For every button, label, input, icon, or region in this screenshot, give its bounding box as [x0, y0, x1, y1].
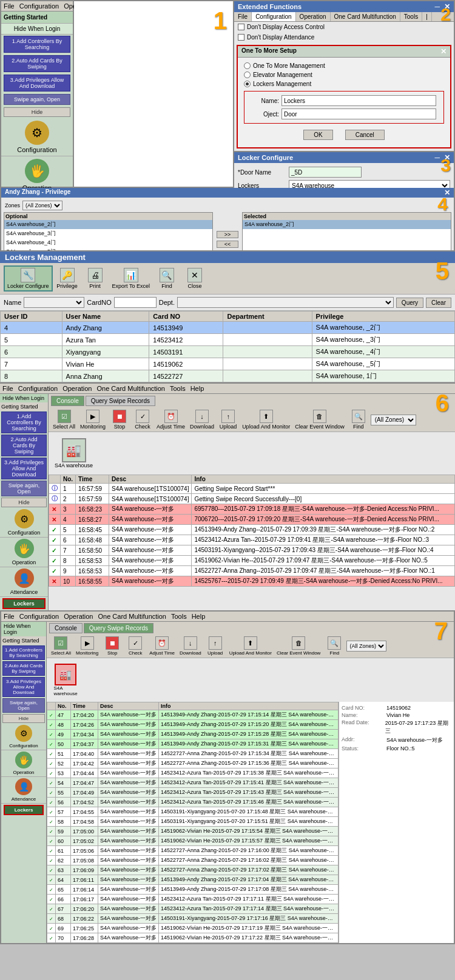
table-row[interactable]: ✓6917:06:25S4A warehouse-一对多14519062-Viv…: [47, 924, 339, 933]
table-row[interactable]: ✓816:58:53S4A warehouse-一对多14519062-Vivi…: [49, 556, 455, 566]
s7-menu-onecard[interactable]: One Card Multifunction: [98, 613, 166, 620]
table-row[interactable]: ✓4917:04:34S4A warehouse-一对多14513949-And…: [47, 730, 339, 739]
table-row[interactable]: ✓7017:06:28S4A warehouse-一对多14519062-Viv…: [47, 933, 339, 943]
s7-clear-event-btn[interactable]: 🗑 Clear Event Window: [275, 636, 322, 656]
s5-query-btn[interactable]: Query: [396, 298, 423, 308]
table-row[interactable]: 4Andy Zhang14513949S4A warehouse, _2门: [1, 322, 455, 334]
table-row[interactable]: ✓916:58:53S4A warehouse-一对多14522727-Anna…: [49, 566, 455, 576]
table-row[interactable]: ✕316:58:23S4A warehouse-一对多6957780---201…: [49, 504, 455, 515]
s5-name-select[interactable]: [24, 297, 84, 308]
s4-item-3[interactable]: S4A warehouse_4门: [4, 238, 212, 247]
s7-operation-icon-btn[interactable]: 🖐 Operation: [1, 750, 46, 777]
table-row[interactable]: ✓5017:04:37S4A warehouse-一对多14513949-And…: [47, 739, 339, 749]
minimize-icon[interactable]: ─: [434, 2, 440, 11]
radio-one-to-more-btn[interactable]: [244, 62, 251, 69]
s6-step1[interactable]: 1.Add Controllers By Searching: [1, 412, 47, 433]
s7-adjust-time-btn[interactable]: ⏰ Adjust Time: [147, 636, 177, 656]
table-row[interactable]: ✕1016:58:55S4A warehouse-一对多14525767---2…: [49, 576, 455, 587]
table-row[interactable]: ✓4817:04:26S4A warehouse-一对多14513949-And…: [47, 720, 339, 730]
s7-lockers-btn[interactable]: Lockers: [4, 805, 44, 815]
table-row[interactable]: ✓5517:04:49S4A warehouse-一对多14523412-Azu…: [47, 788, 339, 798]
ext-menu-file[interactable]: File: [234, 12, 252, 21]
table-row[interactable]: ✓716:58:50S4A warehouse-一对多14503191-Xiya…: [49, 545, 455, 556]
step3-btn[interactable]: 3.Add Privileges Allow And Download: [4, 75, 70, 92]
table-row[interactable]: ✓6017:05:02S4A warehouse-一对多14519062-Viv…: [47, 836, 339, 846]
s7-select-all-btn[interactable]: ☑ Select All: [49, 636, 73, 656]
s7-swipe[interactable]: Swipe again, Open: [2, 698, 45, 713]
table-row[interactable]: ✓5917:05:00S4A warehouse-一对多14519062-Viv…: [47, 827, 339, 836]
s6-step3[interactable]: 3.Add Privileges Allow And Download: [1, 458, 47, 479]
s6-adjust-time-btn[interactable]: ⏰ Adjust Time: [155, 409, 187, 430]
s6-menu-help[interactable]: Help: [190, 385, 204, 392]
ext-menu-tools[interactable]: Tools: [400, 12, 422, 21]
print-btn[interactable]: 🖨 Print: [82, 267, 109, 290]
s7-upload-btn[interactable]: ↑ Upload: [204, 636, 226, 656]
s6-tab-query[interactable]: Query Swipe Records: [86, 396, 155, 406]
table-row[interactable]: ✓616:58:48S4A warehouse-一对多14523412-Azur…: [49, 535, 455, 545]
s6-step2[interactable]: 2.Auto Add Cards By Swiping: [1, 435, 47, 456]
s6-attendance-icon-btn[interactable]: 👤 Attendance: [0, 567, 48, 597]
s6-menu-config[interactable]: Configuration: [18, 385, 58, 392]
table-row[interactable]: 6Xiyangyang14503191S4A warehouse, _4门: [1, 346, 455, 358]
s7-find-btn[interactable]: 🔍 Find: [323, 636, 345, 656]
menu-configuration[interactable]: Configuration: [19, 2, 59, 10]
s6-tab-console[interactable]: Console: [51, 396, 84, 406]
s6-menu-onecard[interactable]: One Card Multifunction: [96, 385, 165, 392]
step1-btn[interactable]: 1.Add Controllers By Searching: [4, 36, 70, 53]
s7-step1[interactable]: 1.Add Controllers By Searching: [2, 645, 45, 660]
table-row[interactable]: ✓5217:04:42S4A warehouse-一对多14522727-Ann…: [47, 759, 339, 768]
s4-selected-item-1[interactable]: S4A warehouse_2门: [243, 220, 451, 229]
s6-upload-btn[interactable]: ↑ Upload: [217, 409, 239, 430]
object-input[interactable]: [281, 108, 436, 119]
s6-config-icon-btn[interactable]: ⚙ Configuration: [0, 508, 48, 538]
ext-menu-operation[interactable]: Operation: [296, 12, 331, 21]
table-row[interactable]: ✓5417:04:47S4A warehouse-一对多14523412-Azu…: [47, 778, 339, 788]
export-btn[interactable]: 📊 Export To Excel: [110, 267, 152, 290]
s7-monitoring-btn[interactable]: ▶ Monitoring: [74, 636, 100, 656]
s6-menu-tools[interactable]: Tools: [170, 385, 186, 392]
table-row[interactable]: ✓6717:06:20S4A warehouse-一对多14523412-Azu…: [47, 904, 339, 914]
table-row[interactable]: ✓4717:04:20S4A warehouse-一对多14513949-And…: [47, 710, 339, 720]
radio-elevator-btn[interactable]: [244, 72, 251, 78]
s7-step3[interactable]: 3.Add Privileges Allow And Download: [2, 677, 45, 697]
s7-tab-query[interactable]: Query Swipe Records: [84, 623, 153, 633]
hide-btn[interactable]: Hide: [4, 107, 70, 117]
ok-button[interactable]: OK: [303, 130, 332, 140]
s6-hide[interactable]: Hide: [1, 498, 47, 507]
privilege-btn[interactable]: 🔑 Privilege: [54, 267, 81, 290]
config-icon-btn[interactable]: ⚙ Configuration: [1, 118, 73, 156]
step2-btn[interactable]: 2.Auto Add Cards By Swiping: [4, 55, 70, 72]
s6-check-btn[interactable]: ✓ Check: [132, 409, 153, 430]
s6-download-btn[interactable]: ↓ Download: [188, 409, 216, 430]
s6-menu-file[interactable]: File: [2, 385, 13, 392]
ext-menu-extra[interactable]: |: [422, 12, 432, 21]
table-row[interactable]: ⓘ116:57:59S4A warehouse[1TS100074]Gettin…: [49, 484, 455, 494]
s7-download-btn[interactable]: ↓ Download: [178, 636, 203, 656]
s6-hide-when-login[interactable]: Hide When Login: [0, 394, 48, 402]
s5-cardno-input[interactable]: [114, 297, 157, 308]
door-name-input[interactable]: [289, 167, 362, 178]
menu-file[interactable]: File: [4, 2, 15, 10]
name-input[interactable]: [281, 95, 436, 106]
s6-swipe[interactable]: Swipe again, Open: [1, 481, 47, 496]
s7-tab-console[interactable]: Console: [49, 623, 83, 633]
access-control-checkbox[interactable]: [238, 24, 244, 30]
table-row[interactable]: ✓6617:06:17S4A warehouse-一对多14523412-Azu…: [47, 895, 339, 904]
s6-monitoring-btn[interactable]: ▶ Monitoring: [78, 409, 107, 430]
s6-device[interactable]: 🏭 S4A warehouse: [51, 435, 96, 472]
s7-attendance-icon-btn[interactable]: 👤 Attendance: [1, 777, 46, 804]
s4-item-4[interactable]: S4A warehouse_5门: [4, 247, 212, 252]
table-row[interactable]: ✓516:58:45S4A warehouse-一对多14513949-Andy…: [49, 525, 455, 535]
table-row[interactable]: ✓6317:06:09S4A warehouse-一对多14522727-Ann…: [47, 865, 339, 875]
add-to-selected-btn[interactable]: >>: [217, 231, 238, 238]
ext-menu-onecard[interactable]: One Card Multifunction: [331, 12, 400, 21]
s7-menu-file[interactable]: File: [4, 613, 15, 620]
s6-lockers-btn[interactable]: Lockers: [2, 598, 46, 609]
s7-menu-help[interactable]: Help: [192, 613, 206, 620]
table-row[interactable]: 8Anna Zhang14522727S4A warehouse, 1门: [1, 370, 455, 382]
table-row[interactable]: 5Azura Tan14523412S4A warehouse, _3门: [1, 334, 455, 346]
table-row[interactable]: ⓘ216:57:59S4A warehouse[1TS100074]Gettin…: [49, 494, 455, 504]
close-tool-btn[interactable]: ✕ Close: [181, 267, 208, 290]
s6-upload-monitor-btn[interactable]: ⬆ Upload And Monitor: [240, 409, 292, 430]
s7-menu-config[interactable]: Configuration: [19, 613, 59, 620]
